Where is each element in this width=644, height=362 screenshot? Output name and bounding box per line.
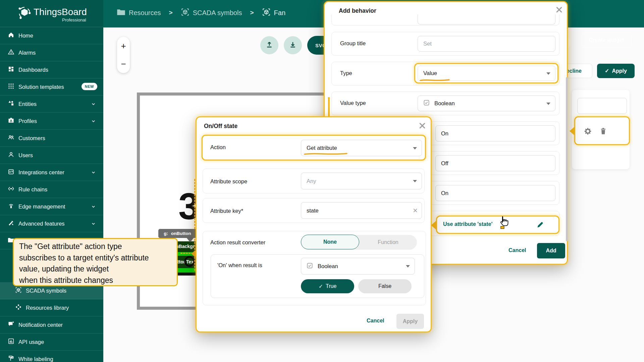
apply-changes-button[interactable]: ✓ Apply [597,64,635,78]
breadcrumb-separator: > [250,9,254,16]
sidebar-item-alarms[interactable]: Alarms [0,44,103,61]
converter-none-option[interactable]: None [301,235,359,249]
off-value-input[interactable]: Off [435,155,555,171]
home-icon [8,32,14,40]
edge-icon [8,202,14,210]
converter-function-option[interactable]: Function [359,235,417,250]
fan-symbol-icon [262,8,271,18]
create-widget-button[interactable]: Create widget [581,33,632,48]
breadcrumb: Resources > SCADA symbols > Fan [117,8,285,18]
sidebar-item-solution-templates[interactable]: Solution templates NEW [0,78,103,96]
rule-chains-icon [8,185,14,193]
on-when-select[interactable]: Boolean [301,258,415,275]
tools-icon [8,220,14,228]
highlight-pointer [570,127,575,135]
grid-icon [8,83,14,91]
zoom-in-button[interactable]: + [117,37,130,55]
checkbox-icon [307,262,313,270]
button-circle-shape [184,256,195,267]
highlight-pointer [431,221,436,230]
highlight-connector-line [328,97,330,118]
sidebar-item-white-labeling[interactable]: White labeling [0,351,103,362]
element-label: nBackgr [176,244,195,249]
sidebar-item-dashboards[interactable]: Dashboards [0,61,103,78]
use-attribute-highlight: Use attribute 'state' [436,216,559,234]
notification-icon [8,321,14,329]
dialog-title: Add behavior [339,7,376,14]
cancel-button[interactable]: Cancel [367,318,384,324]
attribute-scope-select[interactable]: Any [301,173,422,189]
sidebar-item-users[interactable]: Users [0,147,103,164]
cursor-hand-icon [498,216,508,231]
caret-down-icon [546,72,550,75]
action-select[interactable]: Get attribute [301,140,422,156]
sidebar-item-notification-center[interactable]: Notification center [0,316,103,334]
add-button[interactable]: Add [537,243,565,258]
upload-icon [265,41,273,50]
sidebar-item-customers[interactable]: Customers [0,130,103,147]
paint-icon [8,355,14,362]
tooltip-line: value, updating the widget [19,263,171,275]
on-value-input-2[interactable]: On [435,185,555,201]
clear-icon[interactable]: × [413,206,418,215]
chevron-down-icon [91,204,96,210]
converter-toggle: None Function [301,235,417,250]
trash-icon[interactable] [599,127,608,137]
value-type-select[interactable]: Boolean [418,96,555,111]
dialog-title: On/Off state [204,123,237,130]
chevron-down-icon [91,119,96,125]
sidebar-item-rule-chains[interactable]: Rule chains [0,181,103,198]
breadcrumb-separator: > [169,9,173,16]
scrolled-input-partial [418,14,555,24]
true-toggle-button[interactable]: ✓ True [301,279,354,293]
type-select[interactable]: Value [418,66,555,81]
cancel-button[interactable]: Cancel [508,247,526,253]
app-logo[interactable]: ThingsBoard Professional [0,0,103,27]
chevron-down-icon [91,170,96,176]
tooltip-line: when this attribute changes [19,275,171,286]
integrations-icon [8,168,14,176]
logo-subtitle: Professional [62,17,86,22]
sidebar-item-edge-management[interactable]: Edge management [0,198,103,215]
sidebar-item-home[interactable]: Home [0,27,103,44]
caret-down-icon [546,103,550,105]
field-label: 'On' when result is [217,262,262,268]
sidebar-item-entities[interactable]: Entities [0,96,103,113]
pencil-icon[interactable] [536,221,544,230]
badge-pointer [186,238,194,242]
user-icon [8,151,14,159]
zoom-out-button[interactable]: − [117,55,130,73]
group-title-input[interactable]: Set [418,36,555,52]
zoom-controls: + − [117,37,130,73]
chevron-down-icon [91,102,96,108]
breadcrumb-scada-symbols[interactable]: SCADA symbols [193,9,242,17]
sidebar-item-advanced-features[interactable]: Advanced features [0,215,103,232]
close-icon[interactable] [555,6,563,13]
close-icon[interactable] [419,122,426,129]
entities-icon [8,100,14,108]
sidebar-item-api-usage[interactable]: API usage [0,334,103,351]
sidebar-item-profiles[interactable]: Profiles [0,113,103,130]
alarm-icon [8,49,14,57]
scada-cube-icon [181,8,190,18]
breadcrumb-resources[interactable]: Resources [129,9,161,17]
gear-icon[interactable] [583,127,592,137]
dashboards-icon [8,66,14,74]
upload-button[interactable] [260,36,278,54]
dialog-scrollbar[interactable] [566,77,568,241]
element-tag-badge: g: onButton [158,229,197,238]
caret-down-icon [413,147,417,149]
on-value-input[interactable]: On [435,125,555,141]
tooltip-line: The "Get attribute" action type [19,241,171,252]
check-icon: ✓ [319,283,323,290]
use-attribute-link[interactable]: Use attribute 'state' [443,221,492,227]
sidebar-item-resources-library[interactable]: Resources library [0,299,103,316]
field-label: Group title [340,40,366,47]
attribute-key-input[interactable]: state × [301,202,422,219]
apply-button[interactable]: Apply [396,314,424,329]
false-toggle-button[interactable]: False [358,279,412,293]
caret-down-icon [413,180,417,182]
sidebar-item-integrations-center[interactable]: Integrations center [0,164,103,181]
download-button[interactable] [284,36,302,54]
field-label: Attribute key* [210,208,243,214]
